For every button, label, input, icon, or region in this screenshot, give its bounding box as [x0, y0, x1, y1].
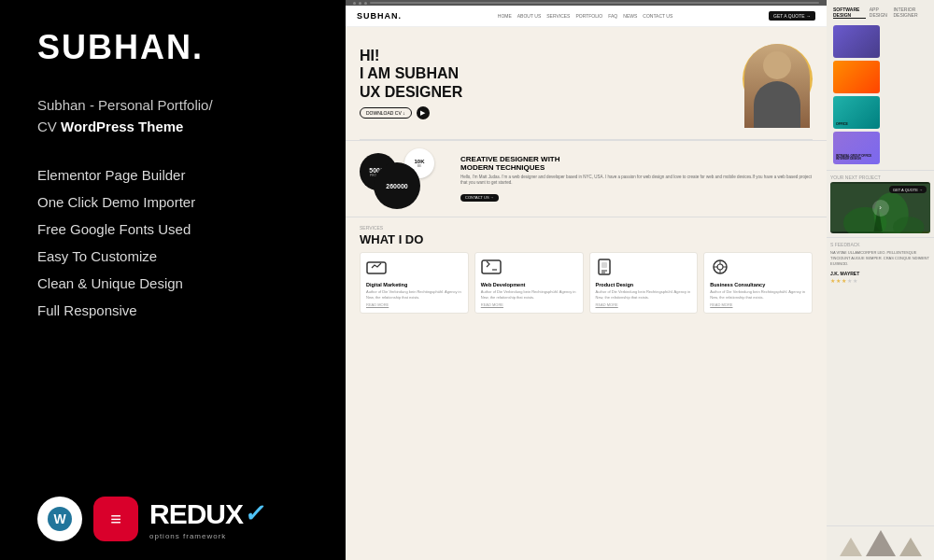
service-card-3: Product Design Author of Die Verbindung … [589, 252, 699, 314]
star-3: ★ [842, 277, 846, 284]
feedback-content: NA VITAE ULLAMCORPER LEO. PELLENTESQUE T… [830, 250, 930, 267]
redux-subtitle: options framework [149, 532, 265, 540]
service-more-3[interactable]: READ MORE [596, 302, 692, 307]
service-name-3: Product Design [596, 282, 692, 287]
hero-text: HI! I AM SUBHAN UX DESIGNER DOWNLOAD CV … [360, 47, 462, 119]
service-name-4: Business Consultancy [710, 282, 806, 287]
preview-navbar: SUBHAN. HOME ABOUT US SERVICES PORTFOLIO… [346, 6, 827, 27]
redux-text: REDUX [149, 498, 243, 530]
nav-link: NEWS [623, 13, 637, 19]
services-grid: Digital Marketing Author of Die Verbindu… [360, 252, 813, 314]
service-card-4: Business Consultancy Author of Die Verbi… [703, 252, 813, 314]
hero-image [738, 39, 813, 128]
left-panel: SUBHAN. Subhan - Personal Portfolio/CV W… [0, 0, 346, 560]
wordpress-icon: W [47, 506, 73, 532]
person-head [763, 51, 791, 79]
next-project-arrow: › [872, 200, 889, 217]
services-section: SERVICES WHAT I DO Digital Marketing Aut… [346, 217, 827, 321]
browser-dot [353, 2, 356, 5]
subtitle-bold: WordPress Theme [61, 119, 183, 134]
portfolio-item-1 [833, 25, 880, 58]
browser-dot [364, 2, 367, 5]
person-body [754, 81, 800, 128]
feature-item: One Click Demo Importer [37, 192, 318, 212]
portfolio-items: OFFICE INTRAVAL GROUP OFFICEINTERIOR DES… [830, 23, 930, 166]
product-design-icon [596, 259, 616, 275]
nav-link: CONTACT US [643, 13, 672, 19]
testimonials-section: S FEEDBACK NA VITAE ULLAMCORPER LEO. PEL… [827, 237, 934, 525]
about-heading: CREATIVE DESIGNER WITHMODERN TECHNIQUES [460, 155, 813, 172]
feature-item: Clean & Unique Design [37, 273, 318, 293]
stat-label-2: BE [417, 164, 422, 168]
portfolio-tabs: SOFTWARE DESIGN APP DESIGN INTERIOR DESI… [830, 4, 930, 21]
service-icon-1 [366, 259, 462, 279]
about-text: CREATIVE DESIGNER WITHMODERN TECHNIQUES … [451, 155, 813, 203]
play-button[interactable]: ▶ [417, 106, 430, 119]
redux-badge: REDUX ✓ options framework [149, 498, 265, 540]
service-more-2[interactable]: READ MORE [481, 302, 577, 307]
svg-rect-5 [601, 262, 607, 268]
next-project-cta[interactable]: GET A QUOTE → [889, 186, 927, 193]
service-desc-2: Author of Die Verbindung bein Rechtingsp… [481, 289, 577, 300]
nav-link: PORTFOLIO [575, 13, 602, 19]
hero-person-silhouette [744, 44, 810, 128]
tab-software-design[interactable]: SOFTWARE DESIGN [833, 7, 866, 19]
feedback-stars: ★ ★ ★ ★ ★ [830, 277, 930, 284]
nav-cta-button[interactable]: GET A QUOTE → [769, 11, 815, 21]
feature-item: Free Google Fonts Used [37, 219, 318, 239]
star-4: ★ [847, 277, 852, 284]
nav-link: HOME [498, 13, 512, 19]
subtitle: Subhan - Personal Portfolio/CV WordPress… [37, 95, 299, 137]
service-card-2: Web Development Author of Die Verbindung… [474, 252, 584, 314]
next-project-image: GET A QUOTE → › [830, 182, 930, 233]
star-5: ★ [853, 277, 857, 284]
tab-interior-designer[interactable]: INTERIOR DESIGNER [893, 7, 927, 19]
hero-heading: HI! I AM SUBHAN UX DESIGNER [360, 47, 462, 101]
feedback-author: J.K. MAYRET [830, 271, 930, 276]
digital-marketing-icon [366, 259, 387, 275]
nav-link: FAQ [608, 13, 617, 19]
nav-link: ABOUT US [517, 13, 541, 19]
next-project-section: YOUR NEXT PROJECT GET A QUOTE → › [827, 170, 934, 237]
mountain-right [899, 538, 922, 556]
badges-container: W ≡ REDUX ✓ options framework [37, 497, 318, 541]
address-bar [370, 2, 819, 4]
service-more-4[interactable]: READ MORE [710, 302, 806, 307]
star-2: ★ [836, 277, 841, 284]
svg-point-7 [717, 264, 723, 270]
service-more-1[interactable]: READ MORE [366, 302, 462, 307]
browser-dot [359, 2, 361, 5]
preview-nav-logo: SUBHAN. [357, 11, 402, 21]
contact-us-button[interactable]: CONTACT US → [460, 194, 499, 202]
services-label: SERVICES [360, 225, 813, 231]
hero-section: HI! I AM SUBHAN UX DESIGNER DOWNLOAD CV … [346, 27, 827, 139]
feedback-label: S FEEDBACK [830, 242, 930, 247]
svg-text:W: W [53, 511, 66, 526]
right-panel: SUBHAN. HOME ABOUT US SERVICES PORTFOLIO… [346, 0, 934, 560]
feature-item: Elementor Page Builder [37, 165, 318, 185]
portfolio-item-label-4: INTRAVAL GROUP OFFICEINTERIOR DESIGN [836, 155, 871, 161]
brand-title: SUBHAN. [37, 28, 318, 67]
features-list: Elementor Page Builder One Click Demo Im… [37, 165, 318, 320]
stats-circles: 50000 PROJECTS 10K BE 260000 [360, 148, 444, 209]
download-cv-button[interactable]: DOWNLOAD CV ↓ [360, 107, 412, 119]
nav-links: HOME ABOUT US SERVICES PORTFOLIO FAQ NEW… [498, 13, 673, 19]
elementor-icon: ≡ [110, 509, 121, 530]
portfolio-item-4: INTRAVAL GROUP OFFICEINTERIOR DESIGN [833, 132, 880, 164]
service-desc-4: Author of Die Verbindung bein Rechtingsp… [710, 289, 806, 300]
elementor-badge: ≡ [93, 497, 138, 541]
nav-link: SERVICES [546, 13, 570, 19]
feature-item: Easy To Customize [37, 246, 318, 266]
hero-buttons: DOWNLOAD CV ↓ ▶ [360, 106, 462, 119]
mountain-center [866, 530, 896, 556]
service-icon-4 [710, 259, 806, 279]
redux-checkmark: ✓ [242, 499, 267, 528]
service-desc-3: Author of Die Verbindung bein Rechtingsp… [596, 289, 692, 300]
tab-app-design[interactable]: APP DESIGN [870, 7, 890, 19]
mountains-decoration [827, 525, 934, 560]
services-title: WHAT I DO [360, 232, 813, 246]
svg-rect-3 [482, 260, 501, 273]
web-development-icon [481, 259, 502, 275]
main-preview: SUBHAN. HOME ABOUT US SERVICES PORTFOLIO… [346, 0, 827, 560]
stat-circle-3: 260000 [374, 162, 420, 209]
